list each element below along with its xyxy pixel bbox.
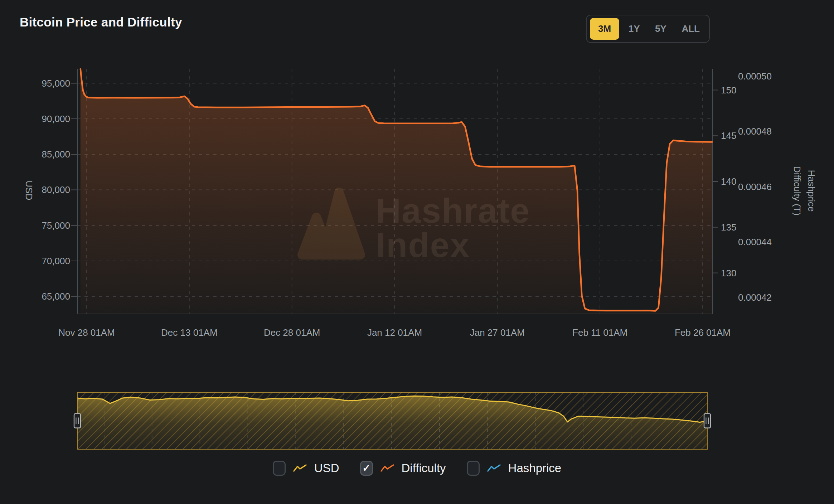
x-axis-tick-label: Dec 28 01AM — [264, 327, 320, 338]
hashprice-tick-label: 0.00042 — [738, 292, 772, 303]
difficulty-axis-title: Difficulty (T) — [792, 166, 803, 215]
legend-item-hashprice[interactable]: ✓ Hashprice — [467, 461, 562, 476]
legend-label-difficulty: Difficulty — [402, 461, 446, 475]
check-icon: ✓ — [362, 464, 370, 473]
checkbox-usd[interactable]: ✓ — [273, 461, 286, 476]
navigator-handle-left-grip[interactable] — [74, 414, 81, 428]
x-axis-tick-label: Jan 27 01AM — [470, 327, 525, 338]
legend-item-difficulty[interactable]: ✓ Difficulty — [360, 461, 446, 476]
usd-tick-label: 90,000 — [42, 113, 70, 124]
usd-series-icon — [293, 464, 307, 473]
usd-tick-label: 95,000 — [42, 78, 70, 89]
plot-area[interactable] — [77, 69, 712, 314]
difficulty-tick-label: 140 — [721, 176, 736, 187]
hashprice-tick-label: 0.00046 — [738, 181, 772, 192]
difficulty-tick-label: 135 — [721, 222, 736, 233]
usd-tick-label: 70,000 — [42, 256, 70, 266]
chart-canvas: 95,00090,00085,00080,00075,00070,00065,0… — [0, 0, 834, 504]
navigator-handle-right[interactable] — [704, 414, 711, 428]
hashprice-tick-label: 0.00050 — [738, 71, 772, 82]
difficulty-tick-label: 130 — [721, 268, 736, 278]
difficulty-tick-label: 145 — [721, 130, 736, 141]
x-axis-tick-label: Jan 12 01AM — [367, 327, 422, 338]
difficulty-tick-label: 150 — [721, 85, 736, 96]
x-axis-tick-label: Nov 28 01AM — [58, 327, 115, 338]
usd-axis-title: USD — [24, 181, 34, 200]
checkbox-difficulty[interactable]: ✓ — [360, 461, 373, 476]
navigator-handle-right-grip[interactable] — [704, 414, 711, 428]
hashprice-tick-label: 0.00048 — [738, 126, 772, 137]
series-legend: ✓ USD ✓ Difficulty ✓ Hashprice — [0, 461, 834, 476]
x-axis-tick-label: Feb 26 01AM — [675, 327, 731, 338]
hashprice-series-icon — [487, 464, 501, 473]
x-axis-tick-label: Dec 13 01AM — [161, 327, 218, 338]
usd-tick-label: 80,000 — [42, 184, 70, 195]
usd-tick-label: 75,000 — [42, 220, 70, 231]
legend-label-usd: USD — [314, 461, 339, 475]
hashprice-tick-label: 0.00044 — [738, 237, 772, 247]
usd-tick-label: 85,000 — [42, 149, 70, 160]
hashprice-axis-title: Hashprice — [806, 170, 817, 212]
x-axis-tick-label: Feb 11 01AM — [572, 327, 627, 338]
navigator-handle-left[interactable] — [74, 414, 81, 428]
legend-label-hashprice: Hashprice — [508, 461, 562, 475]
legend-item-usd[interactable]: ✓ USD — [273, 461, 339, 476]
bitcoin-price-difficulty-panel: Bitcoin Price and Difficulty 3M 1Y 5Y AL… — [0, 0, 834, 504]
checkbox-hashprice[interactable]: ✓ — [467, 461, 480, 476]
difficulty-series-icon — [380, 464, 394, 473]
usd-tick-label: 65,000 — [42, 291, 70, 302]
